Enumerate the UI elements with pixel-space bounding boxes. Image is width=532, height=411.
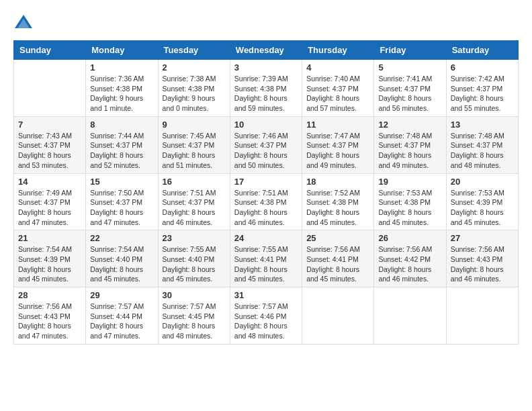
day-number: 11 (306, 120, 369, 130)
day-number: 8 (90, 120, 153, 130)
day-number: 31 (234, 290, 298, 300)
day-info: Sunrise: 7:56 AM Sunset: 4:43 PM Dayligh… (18, 302, 81, 341)
calendar-day-cell: 16Sunrise: 7:51 AM Sunset: 4:37 PM Dayli… (158, 173, 230, 230)
calendar-week-row: 1Sunrise: 7:36 AM Sunset: 4:38 PM Daylig… (14, 60, 519, 117)
day-info: Sunrise: 7:41 AM Sunset: 4:37 PM Dayligh… (378, 74, 441, 113)
weekday-header: Sunday (14, 41, 86, 60)
day-number: 15 (90, 177, 153, 187)
calendar-day-cell: 5Sunrise: 7:41 AM Sunset: 4:37 PM Daylig… (374, 60, 446, 117)
day-info: Sunrise: 7:43 AM Sunset: 4:37 PM Dayligh… (18, 131, 81, 171)
calendar-day-cell: 31Sunrise: 7:57 AM Sunset: 4:46 PM Dayli… (230, 287, 302, 345)
calendar-day-cell: 25Sunrise: 7:56 AM Sunset: 4:41 PM Dayli… (302, 230, 374, 287)
calendar-header-row: SundayMondayTuesdayWednesdayThursdayFrid… (14, 41, 519, 60)
day-info: Sunrise: 7:55 AM Sunset: 4:41 PM Dayligh… (234, 244, 298, 284)
day-number: 25 (306, 233, 369, 243)
calendar-week-row: 7Sunrise: 7:43 AM Sunset: 4:37 PM Daylig… (14, 116, 519, 173)
day-number: 10 (234, 120, 298, 130)
day-number: 12 (378, 120, 441, 130)
day-number: 9 (163, 120, 226, 130)
day-number: 21 (18, 233, 81, 243)
logo-icon (13, 13, 34, 34)
calendar-day-cell: 17Sunrise: 7:51 AM Sunset: 4:38 PM Dayli… (230, 173, 302, 230)
day-info: Sunrise: 7:48 AM Sunset: 4:37 PM Dayligh… (378, 131, 441, 171)
day-info: Sunrise: 7:47 AM Sunset: 4:37 PM Dayligh… (306, 131, 369, 171)
day-info: Sunrise: 7:53 AM Sunset: 4:38 PM Dayligh… (378, 188, 441, 228)
calendar-day-cell (374, 287, 446, 345)
page-header (13, 13, 519, 34)
weekday-header: Thursday (302, 41, 374, 60)
day-number: 14 (18, 177, 81, 187)
day-number: 26 (378, 233, 441, 243)
day-number: 3 (234, 62, 298, 73)
calendar-day-cell: 14Sunrise: 7:49 AM Sunset: 4:37 PM Dayli… (14, 173, 86, 230)
day-info: Sunrise: 7:40 AM Sunset: 4:37 PM Dayligh… (306, 74, 369, 113)
calendar-day-cell: 18Sunrise: 7:52 AM Sunset: 4:38 PM Dayli… (302, 173, 374, 230)
calendar-day-cell: 27Sunrise: 7:56 AM Sunset: 4:43 PM Dayli… (446, 230, 518, 287)
day-info: Sunrise: 7:57 AM Sunset: 4:46 PM Dayligh… (234, 302, 298, 341)
calendar-day-cell (446, 287, 518, 345)
calendar-day-cell: 30Sunrise: 7:57 AM Sunset: 4:45 PM Dayli… (158, 287, 230, 345)
day-info: Sunrise: 7:46 AM Sunset: 4:37 PM Dayligh… (234, 131, 298, 171)
day-number: 19 (378, 177, 441, 187)
calendar-day-cell: 20Sunrise: 7:53 AM Sunset: 4:39 PM Dayli… (446, 173, 518, 230)
calendar-day-cell: 21Sunrise: 7:54 AM Sunset: 4:39 PM Dayli… (14, 230, 86, 287)
day-number: 20 (451, 177, 514, 187)
calendar-day-cell: 1Sunrise: 7:36 AM Sunset: 4:38 PM Daylig… (86, 60, 158, 117)
day-info: Sunrise: 7:50 AM Sunset: 4:37 PM Dayligh… (90, 188, 153, 228)
day-number: 23 (163, 233, 226, 243)
weekday-header: Wednesday (230, 41, 302, 60)
day-number: 24 (234, 233, 298, 243)
calendar-day-cell: 19Sunrise: 7:53 AM Sunset: 4:38 PM Dayli… (374, 173, 446, 230)
day-info: Sunrise: 7:39 AM Sunset: 4:38 PM Dayligh… (234, 74, 298, 113)
calendar-day-cell: 3Sunrise: 7:39 AM Sunset: 4:38 PM Daylig… (230, 60, 302, 117)
calendar-day-cell: 15Sunrise: 7:50 AM Sunset: 4:37 PM Dayli… (86, 173, 158, 230)
calendar-day-cell: 6Sunrise: 7:42 AM Sunset: 4:37 PM Daylig… (446, 60, 518, 117)
day-number: 22 (90, 233, 153, 243)
day-info: Sunrise: 7:51 AM Sunset: 4:37 PM Dayligh… (163, 188, 226, 228)
weekday-header: Friday (374, 41, 446, 60)
calendar-day-cell: 2Sunrise: 7:38 AM Sunset: 4:38 PM Daylig… (158, 60, 230, 117)
calendar-day-cell: 26Sunrise: 7:56 AM Sunset: 4:42 PM Dayli… (374, 230, 446, 287)
day-info: Sunrise: 7:54 AM Sunset: 4:39 PM Dayligh… (18, 244, 81, 284)
day-info: Sunrise: 7:56 AM Sunset: 4:42 PM Dayligh… (378, 244, 441, 284)
day-number: 27 (451, 233, 514, 243)
calendar-day-cell: 7Sunrise: 7:43 AM Sunset: 4:37 PM Daylig… (14, 116, 86, 173)
day-info: Sunrise: 7:52 AM Sunset: 4:38 PM Dayligh… (306, 188, 369, 228)
day-info: Sunrise: 7:38 AM Sunset: 4:38 PM Dayligh… (163, 74, 226, 113)
calendar-day-cell: 12Sunrise: 7:48 AM Sunset: 4:37 PM Dayli… (374, 116, 446, 173)
day-info: Sunrise: 7:51 AM Sunset: 4:38 PM Dayligh… (234, 188, 298, 228)
logo (13, 13, 36, 34)
day-info: Sunrise: 7:57 AM Sunset: 4:45 PM Dayligh… (163, 302, 226, 341)
calendar-day-cell: 24Sunrise: 7:55 AM Sunset: 4:41 PM Dayli… (230, 230, 302, 287)
weekday-header: Monday (86, 41, 158, 60)
day-info: Sunrise: 7:45 AM Sunset: 4:37 PM Dayligh… (163, 131, 226, 171)
calendar-day-cell: 29Sunrise: 7:57 AM Sunset: 4:44 PM Dayli… (86, 287, 158, 345)
day-info: Sunrise: 7:55 AM Sunset: 4:40 PM Dayligh… (163, 244, 226, 284)
calendar-day-cell (302, 287, 374, 345)
day-info: Sunrise: 7:36 AM Sunset: 4:38 PM Dayligh… (90, 74, 153, 113)
day-number: 17 (234, 177, 298, 187)
day-number: 18 (306, 177, 369, 187)
calendar-day-cell: 28Sunrise: 7:56 AM Sunset: 4:43 PM Dayli… (14, 287, 86, 345)
day-number: 16 (163, 177, 226, 187)
day-info: Sunrise: 7:42 AM Sunset: 4:37 PM Dayligh… (451, 74, 514, 113)
day-number: 29 (90, 290, 153, 300)
day-number: 1 (90, 62, 153, 73)
calendar-day-cell (14, 60, 86, 117)
calendar-week-row: 28Sunrise: 7:56 AM Sunset: 4:43 PM Dayli… (14, 287, 519, 345)
day-number: 7 (18, 120, 81, 130)
day-info: Sunrise: 7:56 AM Sunset: 4:41 PM Dayligh… (306, 244, 369, 284)
day-number: 28 (18, 290, 81, 300)
day-number: 4 (306, 62, 369, 73)
day-info: Sunrise: 7:54 AM Sunset: 4:40 PM Dayligh… (90, 244, 153, 284)
weekday-header: Saturday (446, 41, 518, 60)
day-info: Sunrise: 7:57 AM Sunset: 4:44 PM Dayligh… (90, 302, 153, 341)
calendar-day-cell: 10Sunrise: 7:46 AM Sunset: 4:37 PM Dayli… (230, 116, 302, 173)
day-number: 5 (378, 62, 441, 73)
calendar-day-cell: 8Sunrise: 7:44 AM Sunset: 4:37 PM Daylig… (86, 116, 158, 173)
day-number: 13 (451, 120, 514, 130)
day-info: Sunrise: 7:44 AM Sunset: 4:37 PM Dayligh… (90, 131, 153, 171)
weekday-header: Tuesday (158, 41, 230, 60)
day-info: Sunrise: 7:49 AM Sunset: 4:37 PM Dayligh… (18, 188, 81, 228)
day-info: Sunrise: 7:48 AM Sunset: 4:37 PM Dayligh… (451, 131, 514, 171)
